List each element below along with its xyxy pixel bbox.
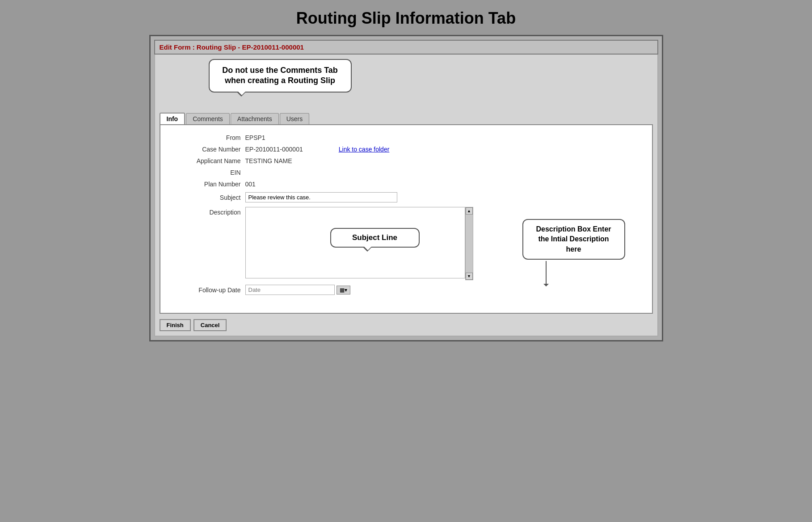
from-row: From EPSP1 xyxy=(174,134,639,141)
callout-desc-arrow xyxy=(546,261,547,286)
comments-warning-callout: Do not use the Comments Tab when creatin… xyxy=(209,59,352,93)
followup-date-row: Follow-up Date ▦▾ xyxy=(174,285,639,295)
subject-row: Subject xyxy=(174,192,639,202)
page-title: Routing Slip Information Tab xyxy=(296,9,516,28)
description-scrollbar[interactable]: ▲ ▼ xyxy=(465,207,473,280)
followup-date-label: Follow-up Date xyxy=(174,286,245,294)
from-label: From xyxy=(174,134,245,141)
outer-frame: Edit Form : Routing Slip - EP-2010011-00… xyxy=(149,35,663,341)
description-label: Description xyxy=(174,209,245,216)
case-folder-link[interactable]: Link to case folder xyxy=(339,146,390,153)
subject-line-callout: Subject Line xyxy=(330,228,420,248)
description-callout: Description Box Enter the Intial Descrip… xyxy=(522,219,625,260)
date-picker-button[interactable]: ▦▾ xyxy=(337,286,350,295)
cancel-button[interactable]: Cancel xyxy=(194,319,227,331)
plan-number-row: Plan Number 001 xyxy=(174,181,639,188)
ein-row: EIN xyxy=(174,169,639,176)
ein-label: EIN xyxy=(174,169,245,176)
case-number-row: Case Number EP-2010011-000001 Link to ca… xyxy=(174,146,639,153)
form-body: Do not use the Comments Tab when creatin… xyxy=(154,55,658,337)
applicant-name-value: TESTING NAME xyxy=(245,157,292,164)
subject-input[interactable] xyxy=(245,192,397,202)
case-number-label: Case Number xyxy=(174,146,245,153)
footer-buttons: Finish Cancel xyxy=(160,319,653,331)
finish-button[interactable]: Finish xyxy=(160,319,191,331)
edit-form-header: Edit Form : Routing Slip - EP-2010011-00… xyxy=(154,40,658,55)
applicant-name-row: Applicant Name TESTING NAME xyxy=(174,157,639,164)
tab-comments[interactable]: Comments xyxy=(186,113,230,124)
scroll-up-button[interactable]: ▲ xyxy=(466,207,473,215)
plan-number-value: 001 xyxy=(245,181,256,188)
tab-info[interactable]: Info xyxy=(160,113,185,124)
followup-date-input[interactable] xyxy=(245,285,335,295)
tab-content-info: Subject Line Description Box Enter the I… xyxy=(160,124,653,314)
from-value: EPSP1 xyxy=(245,134,265,141)
applicant-name-label: Applicant Name xyxy=(174,157,245,164)
tab-attachments[interactable]: Attachments xyxy=(231,113,279,124)
scroll-down-button[interactable]: ▼ xyxy=(466,273,473,280)
tabs-row: Info Comments Attachments Users xyxy=(160,113,653,124)
case-number-value: EP-2010011-000001 xyxy=(245,146,303,153)
plan-number-label: Plan Number xyxy=(174,181,245,188)
tab-users[interactable]: Users xyxy=(280,113,310,124)
subject-label: Subject xyxy=(174,194,245,201)
